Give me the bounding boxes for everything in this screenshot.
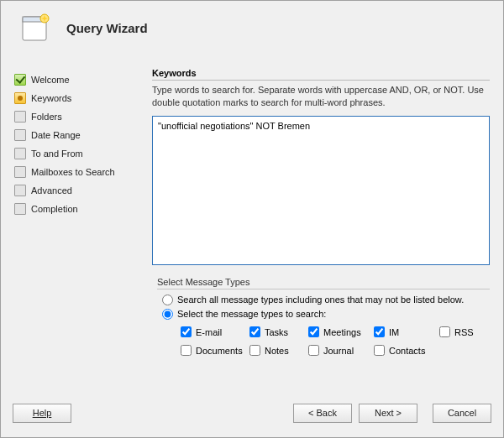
radio-select-types[interactable]: Select the message types to search: [162,309,490,320]
type-rss-checkbox[interactable] [439,326,450,337]
radio-select-types-input[interactable] [162,309,173,320]
next-button[interactable]: Next > [359,404,417,423]
check-icon [14,74,26,86]
radio-search-all[interactable]: Search all message types including ones … [162,295,490,305]
type-documents[interactable]: Documents [181,342,249,360]
type-im[interactable]: IM [374,323,439,342]
type-tasks[interactable]: Tasks [249,323,308,342]
step-label: Welcome [31,75,70,85]
type-documents-label: Documents [196,346,243,356]
type-notes-label: Notes [265,346,289,356]
step-label: Date Range [31,130,81,140]
radio-search-all-label: Search all message types including ones … [177,295,464,305]
pending-step-icon [14,111,26,123]
type-contacts-label: Contacts [389,346,425,356]
type-meetings-checkbox[interactable] [308,326,319,337]
pending-step-icon [14,203,26,215]
type-notes-checkbox[interactable] [249,345,260,356]
step-mailboxes[interactable]: Mailboxes to Search [14,164,135,180]
wizard-icon [19,12,51,44]
footer: Help < Back Next > Cancel [1,397,503,437]
type-im-checkbox[interactable] [374,326,385,337]
step-label: Folders [31,112,62,122]
message-types-group: Select Message Types Search all message … [152,277,490,360]
step-keywords[interactable]: Keywords [14,90,135,107]
radio-search-all-input[interactable] [162,295,173,305]
step-date-range[interactable]: Date Range [14,127,135,143]
cancel-button[interactable]: Cancel [433,404,491,423]
keywords-input[interactable] [152,116,490,265]
step-label: Mailboxes to Search [31,167,115,177]
pending-step-icon [14,185,26,196]
pending-step-icon [14,166,26,178]
step-completion[interactable]: Completion [14,201,135,217]
help-button-label: Help [33,408,52,418]
type-tasks-label: Tasks [265,327,288,337]
step-label: To and From [31,149,83,159]
step-to-and-from[interactable]: To and From [14,145,135,162]
type-im-label: IM [389,327,399,337]
sidebar: Welcome Keywords Folders Date Range To a… [13,51,135,397]
type-documents-checkbox[interactable] [181,345,192,356]
wizard-window: Query Wizard Welcome Keywords Folders Da… [0,0,504,438]
type-email-label: E-mail [196,327,222,337]
wizard-title: Query Wizard [66,21,148,35]
type-rss[interactable]: RSS [439,323,490,342]
type-contacts[interactable]: Contacts [374,342,439,360]
section-title: Keywords [152,68,490,81]
step-folders[interactable]: Folders [14,108,135,125]
body: Welcome Keywords Folders Date Range To a… [1,51,503,397]
step-label: Keywords [31,93,71,103]
back-button[interactable]: < Back [293,404,352,423]
help-button[interactable]: Help [13,404,71,423]
main-panel: Keywords Type words to search for. Separ… [135,51,491,397]
type-tasks-checkbox[interactable] [249,326,260,337]
type-meetings[interactable]: Meetings [308,323,374,342]
type-journal-label: Journal [323,346,354,356]
current-step-icon [14,92,26,104]
type-journal[interactable]: Journal [308,342,374,360]
pending-step-icon [14,148,26,159]
header: Query Wizard [1,1,503,51]
pending-step-icon [14,129,26,141]
type-rss-label: RSS [454,327,474,337]
step-label: Completion [31,204,78,214]
step-advanced[interactable]: Advanced [14,182,135,199]
types-grid: E-mail Tasks Meetings IM [181,323,490,360]
type-meetings-label: Meetings [323,327,361,337]
step-label: Advanced [31,185,72,196]
section-desc: Type words to search for. Separate words… [152,84,490,109]
step-welcome[interactable]: Welcome [14,71,135,88]
type-journal-checkbox[interactable] [308,345,319,356]
type-contacts-checkbox[interactable] [374,345,385,356]
type-email-checkbox[interactable] [181,326,192,337]
type-notes[interactable]: Notes [249,342,308,360]
radio-select-types-label: Select the message types to search: [177,309,326,319]
type-email[interactable]: E-mail [181,323,249,342]
message-types-legend: Select Message Types [157,277,490,289]
